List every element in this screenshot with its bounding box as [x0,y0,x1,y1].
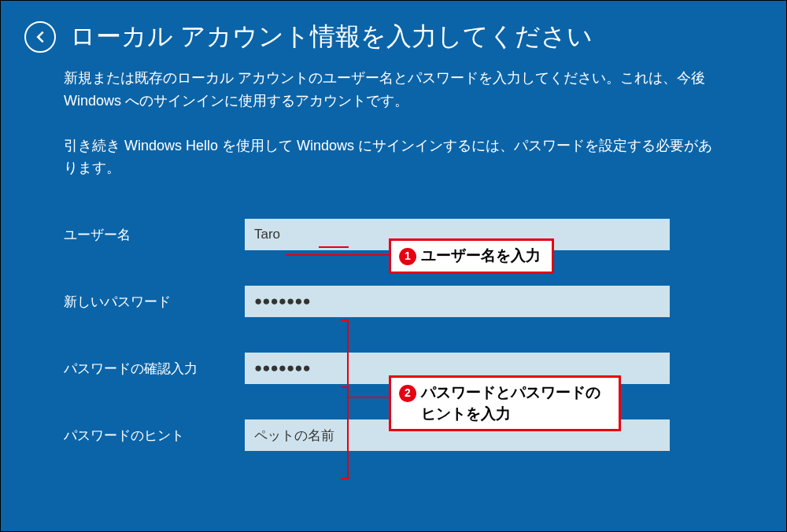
annotation-line [347,397,390,398]
annotation-line [286,254,390,256]
password-hint-label: パスワードのヒント [64,427,245,445]
confirm-password-label: パスワードの確認入力 [64,360,245,378]
annotation-text-2: パスワードとパスワードのヒントを入力 [421,382,608,424]
description-1: 新規または既存のローカル アカウントのユーザー名とパスワードを入力してください。… [64,67,723,113]
annotation-callout-1: 1 ユーザー名を入力 [389,238,554,274]
annotation-underline [319,246,349,248]
back-button[interactable] [24,21,56,53]
description-2: 引き続き Windows Hello を使用して Windows にサインインす… [64,135,723,180]
annotation-line [347,320,349,479]
username-label: ユーザー名 [64,226,245,244]
annotation-text-1: ユーザー名を入力 [421,246,541,267]
annotation-callout-2: 2 パスワードとパスワードのヒントを入力 [389,375,621,431]
annotation-line [341,320,349,321]
annotation-line [341,386,349,388]
new-password-label: 新しいパスワード [64,293,245,311]
annotation-badge-1: 1 [399,248,416,265]
annotation-line [341,478,349,479]
new-password-input[interactable] [245,286,670,317]
page-title: ローカル アカウント情報を入力してください [70,20,593,54]
annotation-badge-2: 2 [399,385,416,402]
arrow-left-icon [31,28,49,46]
